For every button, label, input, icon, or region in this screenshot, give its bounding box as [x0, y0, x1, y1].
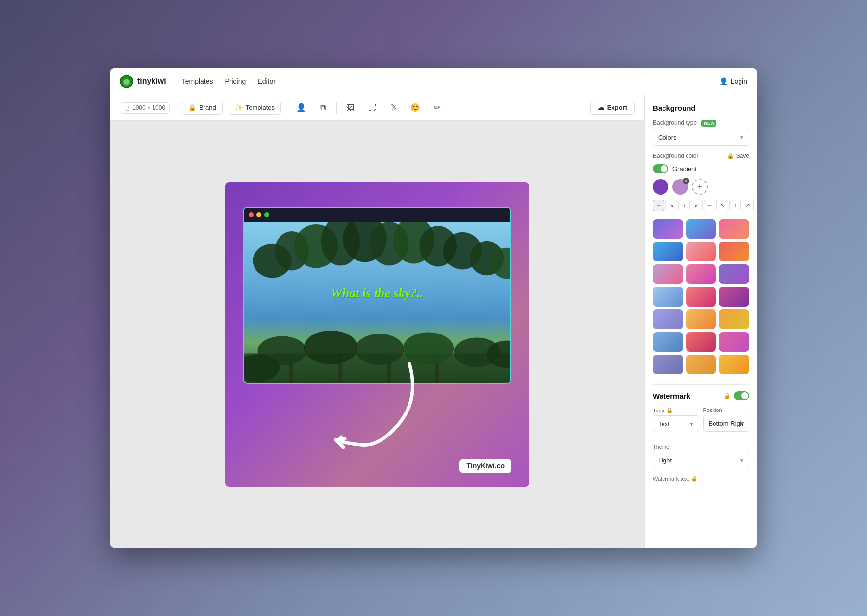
lock-icon: 🔒	[727, 153, 734, 159]
preset-21[interactable]	[719, 355, 749, 374]
dir-right[interactable]: →	[653, 200, 664, 211]
watermark-header: Watermark 🔒	[653, 391, 749, 400]
type-position-row: Type 🔒 Text Logo ▼ Position	[653, 407, 749, 439]
svg-point-2	[124, 79, 129, 84]
dir-up-right[interactable]: ↗	[742, 200, 754, 211]
remove-color-badge[interactable]: ✕	[683, 178, 689, 184]
new-badge: NEW	[701, 120, 716, 127]
dir-down[interactable]: ↓	[678, 200, 690, 211]
dir-up-left[interactable]: ↖	[716, 200, 728, 211]
preset-14[interactable]	[686, 309, 716, 329]
canvas-size-selector[interactable]: ⬚ 1000 × 1000	[120, 102, 170, 114]
preset-9[interactable]	[719, 264, 749, 284]
watermark-text-lock-icon: 🔒	[691, 475, 698, 482]
gradient-presets	[653, 219, 749, 374]
preset-17[interactable]	[686, 332, 716, 352]
image-icon-btn[interactable]: 🖼	[343, 100, 358, 116]
preset-20[interactable]	[686, 355, 716, 374]
background-type-select[interactable]: Colors Image Video	[653, 129, 749, 146]
theme-label: Theme	[653, 444, 749, 450]
preset-7[interactable]	[653, 264, 683, 284]
twitter-icon-btn[interactable]: 𝕏	[386, 100, 402, 116]
person-icon-btn[interactable]: 👤	[293, 100, 309, 116]
templates-button[interactable]: ✨ Templates	[229, 101, 281, 115]
preset-2[interactable]	[686, 219, 716, 239]
dir-down-right[interactable]: ↘	[665, 200, 677, 211]
background-title: Background	[653, 104, 749, 112]
color-swatch-2[interactable]: ✕	[672, 179, 688, 195]
add-color-button[interactable]: +	[692, 179, 708, 195]
direction-grid: → ↘ ↓ ↙ ← ↖ ↑ ↗	[653, 200, 749, 211]
browser-mockup: What is the sky?..	[243, 207, 511, 384]
logo-icon	[120, 75, 133, 88]
brand-button[interactable]: 🔒 Brand	[182, 101, 223, 115]
save-button[interactable]: 🔒 Save	[727, 153, 749, 159]
watermark-toggle[interactable]	[734, 391, 749, 400]
canvas-sky-text: What is the sky?..	[331, 286, 424, 301]
position-label: Position	[703, 407, 750, 413]
main-area: ⬚ 1000 × 1000 🔒 Brand ✨ Templates 👤 ⧉ 🖼 …	[110, 95, 757, 548]
login-button[interactable]: 👤 Login	[719, 77, 747, 85]
background-color-label: Background color	[653, 153, 698, 159]
position-select[interactable]: Bottom Right Bottom Left Top Right Top L…	[703, 415, 750, 432]
right-panel: Background Background type NEW Colors Im…	[644, 95, 757, 548]
type-label: Type 🔒	[653, 407, 699, 413]
layers-icon-btn[interactable]: ⧉	[315, 100, 331, 116]
preset-18[interactable]	[719, 332, 749, 352]
dir-up[interactable]: ↑	[729, 200, 741, 211]
preset-6[interactable]	[719, 242, 749, 261]
canvas-frame: What is the sky?.. TinyKiwi.co	[225, 182, 529, 487]
browser-title-bar	[244, 208, 510, 222]
gradient-toggle[interactable]	[653, 164, 668, 173]
tl-green	[264, 212, 269, 217]
position-select-wrapper: Bottom Right Bottom Left Top Right Top L…	[703, 415, 750, 432]
preset-1[interactable]	[653, 219, 683, 239]
watermark-title: Watermark	[653, 392, 690, 400]
nav-pricing[interactable]: Pricing	[225, 77, 246, 85]
toolbar: ⬚ 1000 × 1000 🔒 Brand ✨ Templates 👤 ⧉ 🖼 …	[110, 95, 644, 121]
draw-icon-btn[interactable]: ✏	[429, 100, 445, 116]
preset-10[interactable]	[653, 287, 683, 307]
app-window: tinykiwi Templates Pricing Editor 👤 Logi…	[110, 68, 757, 548]
panel-divider	[653, 384, 749, 385]
emoji-icon-btn[interactable]: 😊	[408, 100, 423, 116]
preset-15[interactable]	[719, 309, 749, 329]
preset-8[interactable]	[686, 264, 716, 284]
preset-11[interactable]	[686, 287, 716, 307]
gradient-toggle-row: Gradient	[653, 164, 749, 173]
browser-content: What is the sky?..	[244, 222, 510, 383]
logo-text: tinykiwi	[137, 77, 166, 86]
preset-3[interactable]	[719, 219, 749, 239]
separator-2	[287, 102, 287, 114]
canvas-container[interactable]: What is the sky?.. TinyKiwi.co	[110, 121, 644, 548]
separator-1	[176, 102, 176, 114]
nav-templates[interactable]: Templates	[182, 77, 213, 85]
dir-down-left[interactable]: ↙	[691, 200, 703, 211]
theme-select[interactable]: Light Dark	[653, 452, 749, 468]
export-button[interactable]: ☁ Export	[590, 101, 635, 115]
background-type-label: Background type NEW	[653, 119, 749, 126]
trees-svg	[244, 222, 510, 383]
crop-icon-btn[interactable]: ⛶	[364, 100, 380, 116]
color-swatches-row: ✕ +	[653, 179, 749, 195]
preset-19[interactable]	[653, 355, 683, 374]
brand-icon: 🔒	[188, 104, 196, 111]
preset-4[interactable]	[653, 242, 683, 261]
position-col: Position Bottom Right Bottom Left Top Ri…	[703, 407, 750, 439]
watermark-toggle-row: 🔒	[724, 391, 749, 400]
watermark-text-label: Watermark text 🔒	[653, 475, 749, 482]
arrow-overlay	[302, 359, 439, 457]
preset-5[interactable]	[686, 242, 716, 261]
sparkle-icon: ✨	[235, 104, 243, 111]
color-swatch-1[interactable]	[653, 179, 668, 195]
type-select-wrapper: Text Logo ▼	[653, 415, 699, 432]
type-lock-icon: 🔒	[666, 407, 673, 413]
nav-editor[interactable]: Editor	[257, 77, 276, 85]
preset-16[interactable]	[653, 332, 683, 352]
preset-12[interactable]	[719, 287, 749, 307]
type-col: Type 🔒 Text Logo ▼	[653, 407, 699, 439]
type-select[interactable]: Text Logo	[653, 415, 699, 432]
dir-left[interactable]: ←	[704, 200, 715, 211]
browser-image: What is the sky?..	[244, 222, 510, 383]
preset-13[interactable]	[653, 309, 683, 329]
